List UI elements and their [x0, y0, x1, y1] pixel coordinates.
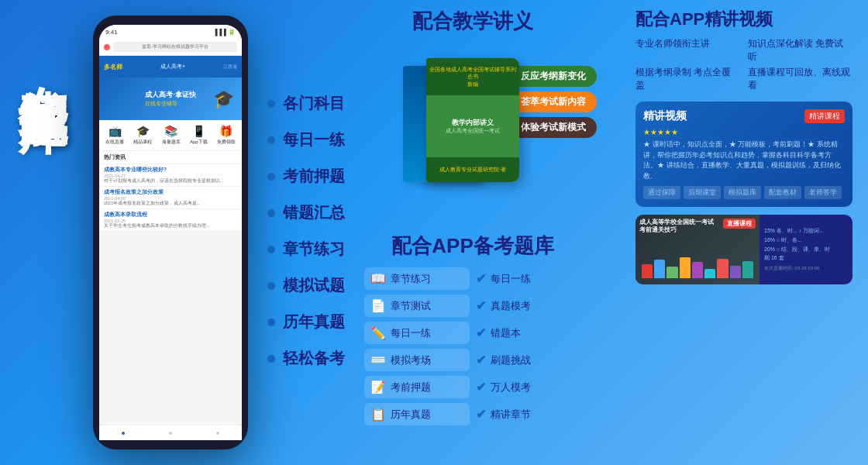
course-label: 精品课程: [133, 140, 152, 144]
check-mark-1: ✔: [476, 271, 486, 286]
star-row: ★★★★★: [643, 128, 845, 136]
exam-grid: 📖 章节练习 📄 章节测试 ✏️ 每日一练 ⌨️ 模拟考场 📝 考前押题 📋: [364, 267, 581, 425]
close-button[interactable]: [104, 44, 110, 50]
banner-icon: 🎓: [213, 89, 234, 109]
check-label-6: 精讲章节: [491, 408, 531, 422]
news-header: 热门资讯: [99, 151, 242, 164]
exam-icon-2: 📄: [370, 298, 386, 313]
vid-tag-1: 通过保障: [643, 186, 680, 199]
book-bottom: 成人教育专业试题研究院·著: [426, 157, 519, 182]
app-exam-section: 配合APP备考题库 📖 章节练习 📄 章节测试 ✏️ 每日一练 ⌨️ 模拟考场 …: [364, 232, 581, 425]
phone-screen: 9:41 ▐▐▐ 🔋 首页-学习网站在线试题学习平台 多名师 成人高考+ 江西省…: [99, 25, 242, 440]
check-mark-4: ✔: [476, 353, 486, 367]
book-main-inner: 全国各地成人高考全国考试辅导系列丛书新编 教学内部讲义 成人高考全国统一考试 成…: [426, 58, 519, 182]
exam-item-5: 📝 考前押题: [364, 376, 470, 398]
free-icon: 🎁: [217, 125, 236, 137]
teaching-section: 配合教学讲义 全国各地成人高考全国考试辅导系列丛书新编 教学内部讲义 成人高考全…: [364, 8, 581, 188]
news-title-3: 成教高本录取流程: [104, 212, 237, 219]
tag-1: 反应考纲新变化: [510, 66, 597, 87]
live-text-line-4: 期 16 套: [764, 254, 848, 262]
exam-col-left: 📖 章节练习 📄 章节测试 ✏️ 每日一练 ⌨️ 模拟考场 📝 考前押题 📋: [364, 267, 470, 425]
app-exam-title: 配合APP备考题库: [364, 232, 581, 260]
feature-dot-6: [267, 282, 275, 290]
news-content-1: 对于计划报考成人高考的，应该在选择院校专业是根据以...: [104, 178, 237, 184]
vid-tag-3: 模拟题库: [724, 186, 761, 199]
bar-1: [642, 264, 653, 278]
teaching-title: 配合教学讲义: [364, 8, 581, 35]
news-content-2: 2021年成考报名政策之加分政策，成人高考是...: [104, 201, 237, 206]
check-label-5: 万人模考: [491, 381, 531, 394]
right-section: 配合APP精讲视频 专业名师领衔主讲 知识点深化解读 免费试听 根据考纲录制 考…: [636, 8, 852, 284]
live-badge: 直播课程: [723, 219, 756, 229]
library-icon: 📚: [162, 125, 181, 137]
feature-app[interactable]: 📱 App下载: [190, 125, 208, 146]
live-text-line-2: 16% ○ 时、各...: [764, 236, 848, 244]
live-title-overlay: 成人高等学校全国统一考试考前通关技巧: [639, 219, 714, 235]
news-item-1[interactable]: 成教高本专业哪些比较好? 2021-04-27 对于计划报考成人高考的，应该在选…: [99, 164, 242, 187]
right-title: 配合APP精讲视频: [636, 8, 852, 31]
feature-item-4: 错题汇总: [267, 202, 345, 223]
live-icon: 📺: [105, 125, 124, 137]
bar-9: [742, 261, 753, 279]
video-card-badge: 精讲课程: [804, 109, 845, 123]
feature-library[interactable]: 📚 海量题库: [162, 125, 181, 146]
vid-tag-5: 老师答学: [804, 186, 842, 199]
check-mark-2: ✔: [476, 298, 486, 313]
exam-icon-1: 📖: [370, 271, 386, 286]
check-item-1: ✔ 每日一练: [476, 267, 581, 290]
exam-icon-6: 📋: [370, 407, 386, 422]
video-card-title: 精讲视频: [643, 109, 687, 123]
feature-text-1: 各门科目: [283, 93, 345, 114]
video-card[interactable]: 精讲视频 精讲课程 ★★★★★ ★ 课时话中，知识点全面，★ 万能模板，考前刷题…: [636, 102, 852, 207]
feature-dot-5: [267, 246, 275, 253]
live-time-info: 本次直播时间: 03-29 20:00: [764, 265, 848, 272]
banner-sub: 在线专业辅导: [145, 100, 196, 108]
news-item-3[interactable]: 成教高本录取流程 2021-02-25 关于学生考生报考成教高本录取的分数线手续…: [99, 209, 242, 232]
feature-item-6: 模拟试题: [267, 275, 345, 296]
phone-header: 多名师 成人高考+ 江西省: [99, 56, 242, 78]
app-label: App下载: [190, 140, 208, 144]
news-title-2: 成考报名政策之加分政策: [104, 189, 237, 196]
feature-item-8: 轻松备考: [267, 348, 345, 369]
live-card[interactable]: 成人高等学校全国统一考试考前通关技巧 直播课程 15% 各、时... ♪ 万能词…: [636, 215, 852, 284]
feature-text-4: 错题汇总: [283, 202, 345, 223]
course-icon: 🎓: [133, 125, 152, 137]
exam-label-2: 章节测试: [391, 299, 431, 313]
vid-tag-2: 后期课堂: [684, 186, 721, 199]
exam-item-1: 📖 章节练习: [364, 267, 470, 290]
main-title: 在线智能题库: [16, 46, 70, 65]
url-bar[interactable]: 首页-学习网站在线试题学习平台: [113, 42, 237, 52]
check-label-3: 错题本: [491, 326, 521, 340]
library-label: 海量题库: [162, 140, 181, 144]
phone-notch: [147, 16, 194, 25]
check-label-2: 真题模考: [491, 299, 531, 313]
sub-points: 专业名师领衔主讲 知识点深化解读 免费试听 根据考纲录制 考点全覆盖 直播课程可…: [636, 37, 852, 92]
news-content-3: 关于学生考生报考成教高本录取的分数线手续办理...: [104, 223, 237, 229]
phone-mockup: 9:41 ▐▐▐ 🔋 首页-学习网站在线试题学习平台 多名师 成人高考+ 江西省…: [93, 16, 248, 450]
feature-text-8: 轻松备考: [283, 348, 345, 369]
exam-item-2: 📄 章节测试: [364, 294, 470, 317]
exam-icon-4: ⌨️: [370, 353, 386, 367]
feature-free[interactable]: 🎁 免费领取: [217, 125, 236, 146]
feature-dot-2: [267, 136, 275, 144]
phone-nav-bar[interactable]: 首页-学习网站在线试题学习平台: [99, 39, 242, 56]
check-label-1: 每日一练: [491, 272, 531, 286]
feature-text-2: 每日一练: [283, 129, 345, 150]
feature-item-5: 章节练习: [267, 239, 345, 260]
feature-course[interactable]: 🎓 精品课程: [133, 125, 152, 146]
exam-icon-5: 📝: [370, 380, 386, 394]
feature-dot-7: [267, 319, 275, 326]
feature-dot-4: [267, 209, 275, 217]
exam-label-6: 历年真题: [391, 408, 431, 422]
exam-icon-3: ✏️: [370, 326, 386, 340]
feature-text-7: 历年真题: [283, 312, 345, 332]
exam-item-3: ✏️ 每日一练: [364, 322, 470, 344]
check-item-2: ✔ 真题模考: [476, 294, 581, 317]
feature-text-5: 章节练习: [283, 239, 345, 260]
location-text: 江西省: [223, 64, 237, 71]
news-item-2[interactable]: 成考报名政策之加分政策 2021-04-20 2021年成考报名政策之加分政策，…: [99, 187, 242, 209]
tag-2: 荟萃考试新内容: [510, 91, 597, 112]
feature-item-3: 考前押题: [267, 166, 345, 187]
feature-live[interactable]: 📺 在线直播: [105, 125, 124, 146]
exam-item-6: 📋 历年真题: [364, 403, 470, 425]
